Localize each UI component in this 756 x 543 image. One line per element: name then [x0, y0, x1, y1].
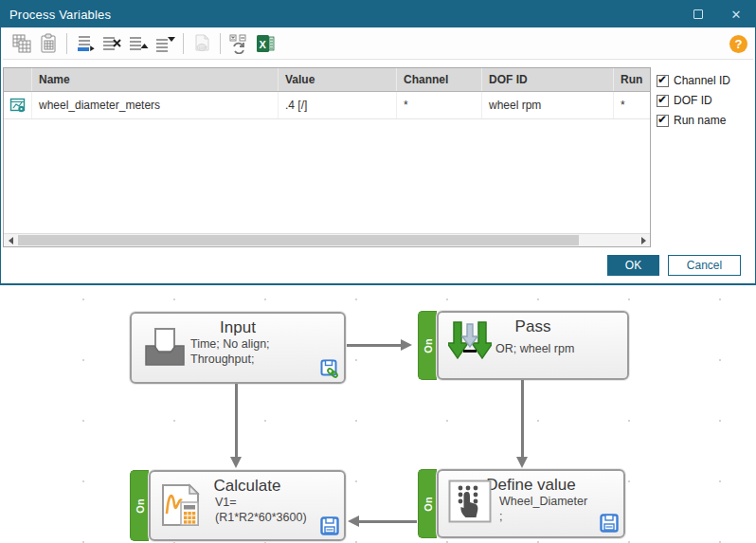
sync-cells-button[interactable] — [225, 31, 252, 56]
link-save-icon — [320, 359, 339, 378]
cell-value[interactable]: .4 [/] — [279, 92, 397, 118]
ok-button[interactable]: OK — [607, 255, 659, 276]
close-button[interactable]: ✕ — [717, 1, 755, 27]
close-icon: ✕ — [731, 8, 742, 22]
keypad-icon — [448, 480, 492, 523]
cell-dof-id[interactable]: wheel rpm — [482, 92, 614, 118]
node-input[interactable]: Input Time; No align; Throughput; — [130, 312, 346, 384]
inbox-icon — [143, 327, 187, 369]
process-variable-icon — [9, 97, 27, 114]
cell-run[interactable]: * — [614, 92, 650, 118]
delete-row-button[interactable] — [99, 31, 125, 56]
move-row-button[interactable] — [125, 31, 152, 56]
row-options-icon — [154, 33, 175, 54]
header-run[interactable]: Run — [614, 68, 650, 91]
header-value[interactable]: Value — [279, 68, 397, 91]
option-channel-id[interactable]: Channel ID — [657, 71, 755, 90]
option-dof-id[interactable]: DOF ID — [657, 91, 755, 110]
display-options-panel: Channel ID DOF ID Run name — [657, 71, 755, 131]
arrow-down-icon — [516, 457, 528, 468]
arrow-right-icon — [401, 339, 412, 351]
checkbox-label: Channel ID — [674, 74, 730, 87]
horizontal-scrollbar[interactable] — [4, 233, 650, 246]
save-icon — [600, 514, 619, 533]
channel-id-checkbox[interactable] — [657, 75, 669, 87]
scroll-right-icon — [641, 237, 646, 244]
svg-text:X: X — [260, 39, 267, 50]
toolbar-separator — [183, 33, 184, 54]
svg-text:LOT: LOT — [199, 45, 207, 50]
table-row[interactable]: wheel_diameter_meters .4 [/] * wheel rpm… — [4, 92, 650, 119]
export-excel-button[interactable]: X — [252, 31, 279, 56]
save-icon — [320, 516, 339, 535]
arrow-left-icon — [348, 516, 359, 527]
maximize-button[interactable] — [679, 1, 717, 27]
delete-row-icon — [101, 33, 122, 54]
checkbox-label: Run name — [674, 114, 726, 127]
help-button[interactable]: ? — [729, 35, 747, 53]
row-options-button[interactable] — [152, 31, 178, 56]
toolbar-separator — [66, 33, 67, 54]
help-icon: ? — [735, 37, 743, 51]
node-calculate[interactable]: On Calcul — [130, 470, 346, 541]
excel-icon: X — [255, 33, 276, 54]
toolbar-separator — [220, 33, 221, 54]
process-flow-diagram: Input Time; No align; Throughput; On — [0, 286, 756, 543]
on-state-label: On — [423, 338, 434, 353]
checkbox-label: DOF ID — [674, 94, 712, 107]
node-pass[interactable]: On Pass OR; wheel rpm — [418, 311, 629, 380]
scroll-right-button[interactable] — [637, 234, 650, 246]
insert-row-icon — [75, 33, 96, 54]
copy-table-button[interactable] — [9, 31, 35, 56]
on-state-tab[interactable]: On — [130, 470, 149, 541]
dof-id-checkbox[interactable] — [657, 95, 669, 107]
on-state-tab[interactable]: On — [418, 311, 437, 380]
node-define-value[interactable]: On Define value Wheel_Diameter ; — [418, 469, 625, 538]
node-subtitle: Wheel_Diameter — [499, 494, 623, 509]
header-channel[interactable]: Channel — [397, 68, 482, 91]
process-variables-screen: Process Variables ✕ — [0, 0, 756, 543]
process-variables-dialog: Process Variables ✕ — [0, 0, 756, 285]
scrollbar-thumb[interactable] — [18, 235, 579, 245]
header-name[interactable]: Name — [32, 68, 279, 91]
sync-cells-icon — [228, 33, 249, 54]
scroll-left-icon — [9, 237, 13, 244]
cell-name[interactable]: wheel_diameter_meters — [32, 92, 279, 118]
process-variables-table: Name Value Channel DOF ID Run wheel_diam… — [3, 67, 651, 247]
dialog-toolbar: LOT X — [3, 28, 753, 60]
option-run-name[interactable]: Run name — [657, 111, 755, 130]
report-button[interactable]: LOT — [189, 31, 215, 56]
node-subtitle: OR; wheel rpm — [495, 341, 627, 356]
scroll-left-button[interactable] — [4, 234, 17, 246]
run-name-checkbox[interactable] — [657, 115, 669, 127]
calculate-icon — [160, 481, 209, 529]
cell-channel[interactable]: * — [397, 92, 482, 118]
move-row-icon — [128, 33, 149, 54]
cancel-button[interactable]: Cancel — [668, 255, 741, 276]
paste-table-button[interactable] — [35, 31, 62, 56]
pass-arrows-icon — [448, 320, 492, 366]
report-icon: LOT — [191, 33, 212, 54]
on-state-label: On — [135, 498, 146, 513]
on-state-tab[interactable]: On — [418, 469, 437, 538]
copy-table-icon — [11, 33, 32, 54]
arrow-down-icon — [230, 457, 242, 468]
header-dof-id[interactable]: DOF ID — [482, 68, 614, 91]
on-state-label: On — [423, 497, 434, 511]
insert-row-button[interactable] — [72, 31, 99, 56]
dialog-title: Process Variables — [1, 8, 111, 22]
paste-table-icon — [38, 33, 59, 54]
header-icon-column[interactable] — [4, 68, 32, 91]
node-subtitle: V1= — [215, 495, 344, 510]
table-header-row: Name Value Channel DOF ID Run — [4, 68, 650, 92]
maximize-icon — [693, 9, 703, 19]
dialog-titlebar[interactable]: Process Variables ✕ — [1, 1, 755, 27]
node-subtitle: Time; No align; — [190, 336, 344, 352]
